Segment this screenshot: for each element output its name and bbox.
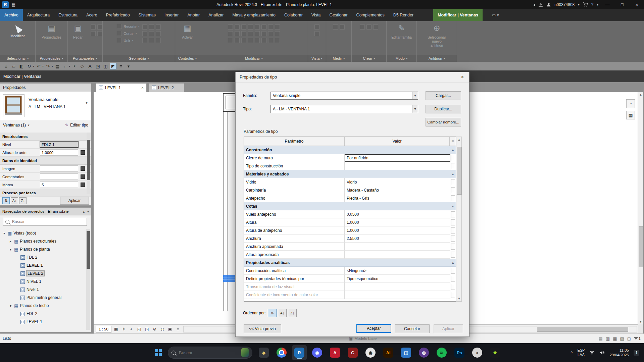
duplicate-type-button[interactable]: Duplicar...	[426, 105, 461, 113]
tree-item-planos-de-planta[interactable]: ▾▦Planos de planta	[0, 245, 85, 253]
ribbon-tool-icon[interactable]	[142, 38, 147, 43]
language-indicator[interactable]: ESP LAA	[577, 348, 585, 357]
ribbon-tool-icon[interactable]	[149, 38, 154, 43]
ribbon-button-editar-familia[interactable]: ✎Editar familia	[391, 23, 412, 39]
table-scroll-thumb[interactable]	[457, 147, 462, 195]
dialog-title-bar[interactable]: Propiedades de tipo ×	[236, 72, 469, 83]
dark-app-taskbar-icon[interactable]: ◆	[256, 345, 271, 360]
ribbon-tool-icon[interactable]	[340, 24, 345, 30]
parameter-value[interactable]: Tipo esquemático	[345, 275, 450, 283]
panel-menu-caret-icon[interactable]: ▾	[195, 57, 197, 60]
ribbon-tool-icon[interactable]	[228, 38, 233, 43]
tree-item-level-1[interactable]: LEVEL 1	[0, 261, 85, 269]
collapse-group-icon[interactable]: ▴	[452, 148, 454, 152]
ribbon-tool-icon[interactable]	[248, 38, 253, 43]
tree-item-fdl-2[interactable]: FDL 2	[0, 310, 85, 318]
measure-caret-icon[interactable]: ▾	[69, 65, 70, 68]
ok-button[interactable]: Aceptar	[356, 324, 391, 333]
table-scroll-down-icon[interactable]: ▼	[456, 296, 462, 301]
ribbon-tool-icon[interactable]	[248, 24, 253, 30]
light-circle-app-taskbar-icon[interactable]: ◉	[363, 345, 378, 360]
parameter-value[interactable]: 1.0000	[345, 226, 450, 235]
associate-parameter-button[interactable]	[81, 150, 85, 155]
modify-select-icon[interactable]: ◤	[110, 63, 116, 69]
zoom-tool-icon[interactable]: ▦	[626, 111, 635, 119]
properties-palette-header[interactable]: Propiedades	[0, 84, 91, 92]
associate-parameter-button[interactable]	[451, 195, 455, 201]
search-highlight-thumbnail[interactable]	[241, 348, 249, 357]
view-tab-level-1[interactable]: LEVEL 1×	[96, 83, 147, 92]
parameter-value[interactable]	[345, 251, 450, 259]
search-input[interactable]	[11, 219, 85, 224]
ribbon-tab-sistemas[interactable]: Sistemas	[134, 9, 160, 21]
ribbon-tab-insertar[interactable]: Insertar	[160, 9, 183, 21]
associate-parameter-button[interactable]	[451, 284, 455, 290]
tree-item-fdl-2[interactable]: FDL 2	[0, 253, 85, 261]
property-value[interactable]: 1.0000	[40, 149, 78, 156]
project-browser-scrollbar[interactable]	[86, 229, 90, 330]
ribbon-button-seleccionar-nuevo-anfitri-n[interactable]: ⊕Seleccionar nuevo anfitrión	[427, 23, 447, 47]
tree-item-planos-estructurales[interactable]: ▸▦Planos estructurales	[0, 237, 85, 245]
wifi-icon[interactable]	[589, 350, 595, 355]
aligned-dimension-icon[interactable]: ⌖	[71, 63, 78, 69]
crop-view-icon[interactable]: ◱	[136, 326, 143, 332]
temporary-hide-isolate-icon[interactable]: ⊘	[151, 326, 158, 332]
save-icon[interactable]: ◧	[18, 63, 25, 69]
value-column-header[interactable]: Valor	[345, 137, 450, 146]
editable-only-icon[interactable]: ▥	[606, 336, 610, 341]
param-column-header[interactable]: Parámetro	[244, 137, 345, 146]
preview-toggle-button[interactable]: << Vista previa	[244, 324, 281, 333]
cancel-button[interactable]: Cancelar	[395, 324, 430, 333]
ribbon-tool-icon[interactable]	[248, 31, 253, 36]
notification-count-badge[interactable]: 1	[634, 350, 639, 356]
parameter-value[interactable]: 0.0500	[345, 210, 450, 218]
panel-menu-caret-icon[interactable]: ▾	[147, 57, 149, 60]
adobe-c-app-taskbar-icon[interactable]: C	[345, 345, 360, 360]
ribbon-tool-icon[interactable]	[261, 24, 266, 30]
load-family-button[interactable]: Cargar...	[426, 91, 461, 100]
ribbon-tab-estructura[interactable]: Estructura	[54, 9, 82, 21]
tree-item-planos-de-techo[interactable]: ▾▦Planos de techo	[0, 302, 85, 310]
maximize-button[interactable]: □	[616, 0, 628, 9]
ribbon-tool-icon[interactable]	[156, 24, 161, 30]
type-selector[interactable]: Ventana simple A - LM - VENTANA 1 ▾	[0, 92, 91, 120]
property-value[interactable]	[40, 165, 78, 172]
collapse-group-icon[interactable]: ▴	[452, 204, 454, 208]
parameter-value[interactable]: 2.5500	[345, 235, 450, 243]
ribbon-tab-complementos[interactable]: Complementos	[352, 9, 389, 21]
ribbon-tool-icon[interactable]	[275, 38, 280, 43]
redo-icon[interactable]: ↷	[45, 63, 51, 69]
panel-menu-caret-icon[interactable]: ▾	[261, 57, 263, 60]
sun-path-icon[interactable]: ☀	[120, 326, 127, 332]
scroll-up-icon[interactable]: ▲	[638, 92, 643, 97]
ribbon-tool-icon[interactable]	[366, 24, 371, 30]
home-icon[interactable]: ⌂	[3, 63, 9, 69]
minimize-button[interactable]: —	[602, 0, 613, 9]
open-icon[interactable]: ▱	[10, 63, 17, 69]
property-value[interactable]: 5	[40, 182, 78, 188]
qat-customize-icon[interactable]: ▾	[125, 63, 132, 69]
associate-parameter-button[interactable]	[451, 252, 455, 258]
panel-menu-caret-icon[interactable]: ▾	[443, 57, 445, 60]
user-account-icon[interactable]	[546, 2, 551, 7]
view-tab-level-2[interactable]: LEVEL 2	[149, 83, 184, 92]
ribbon-tool-icon[interactable]	[333, 24, 338, 30]
app-store-cart-icon[interactable]	[583, 2, 588, 7]
properties-section-datos-de-identidad[interactable]: Datos de identidad▴	[0, 157, 91, 165]
purple-circle-app-taskbar-icon[interactable]: ◍	[416, 345, 431, 360]
associate-parameter-button[interactable]	[451, 219, 455, 225]
properties-scroll-thumb[interactable]	[87, 140, 90, 180]
scroll-down-icon[interactable]: ▼	[638, 319, 643, 324]
parameter-value[interactable]: <Ninguno>	[345, 267, 450, 275]
tag-icon[interactable]: ◇	[79, 63, 86, 69]
apply-button[interactable]: Aplicar	[434, 324, 463, 333]
ribbon-tool-icon[interactable]	[235, 24, 240, 30]
help-icon[interactable]: ?	[591, 2, 594, 7]
panel-menu-caret-icon[interactable]: ▾	[321, 57, 323, 60]
sort-descending-icon[interactable]: Z↓	[19, 197, 27, 204]
photoshop-taskbar-icon[interactable]: Ps	[452, 345, 467, 360]
ribbon-tool-icon[interactable]	[91, 31, 96, 36]
ribbon-tab-gestionar[interactable]: Gestionar	[325, 9, 352, 21]
blue-tile-app-taskbar-icon[interactable]: ◫	[399, 345, 413, 360]
ribbon-tool-icon[interactable]	[97, 24, 102, 30]
